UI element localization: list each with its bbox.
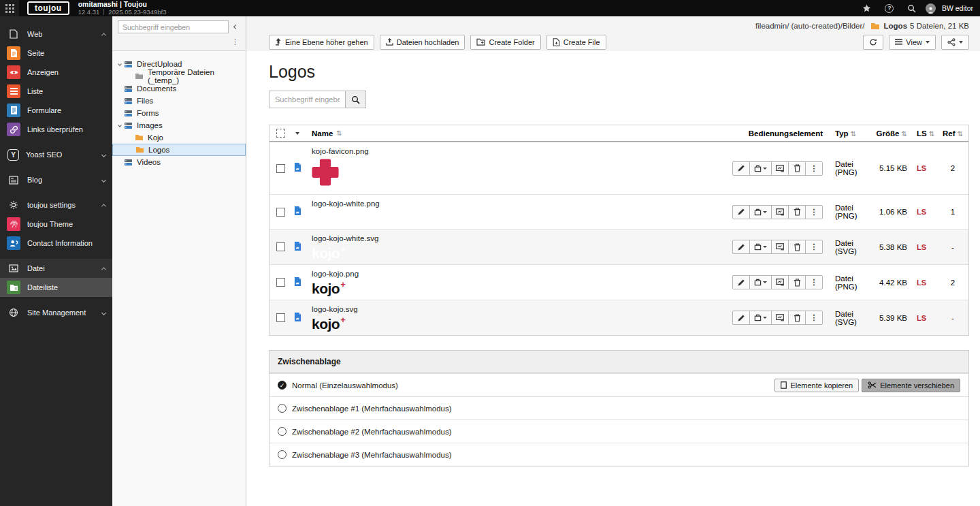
create-folder-button[interactable]: Create Folder: [470, 35, 540, 50]
clipboard-option-label[interactable]: Zwischenablage #2 (Mehrfachauswahlmodus): [292, 428, 452, 436]
delete-button[interactable]: [788, 240, 806, 254]
sort-icon[interactable]: ⇅: [902, 130, 907, 138]
avatar[interactable]: [926, 3, 936, 14]
search-icon[interactable]: [903, 0, 921, 16]
sidebar-section-datei[interactable]: Datei: [0, 259, 112, 278]
module-menu-toggle-button[interactable]: [0, 0, 19, 16]
more-options-button[interactable]: ⋮: [805, 240, 823, 254]
sidebar-item-anzeigen[interactable]: Anzeigen: [0, 63, 112, 82]
breadcrumb-path[interactable]: fileadmin/ (auto-created)/Bilder/: [755, 22, 864, 30]
tree-item-forms[interactable]: Forms: [112, 107, 246, 119]
sidebar-item-contact-information[interactable]: Contact Information: [0, 234, 112, 253]
sort-icon[interactable]: ⇅: [336, 129, 342, 137]
breadcrumb-current[interactable]: Logos: [884, 22, 908, 30]
tree-search-input[interactable]: [118, 20, 229, 33]
replace-file-button[interactable]: [771, 311, 789, 325]
clipboard-dropdown-button[interactable]: [749, 161, 772, 176]
radio-icon[interactable]: [278, 427, 287, 436]
clipboard-dropdown-button[interactable]: [749, 240, 772, 254]
tree-item-logos[interactable]: Logos: [112, 144, 246, 156]
file-name[interactable]: logo-kojo-white.png: [312, 200, 738, 208]
tree-expand-icon[interactable]: [116, 63, 123, 65]
radio-icon[interactable]: [278, 450, 287, 459]
edit-button[interactable]: [732, 311, 750, 325]
clipboard-dropdown-button[interactable]: [749, 205, 772, 219]
file-name[interactable]: kojo-favicon.png: [312, 147, 738, 155]
filelist-search-input[interactable]: [269, 91, 346, 108]
clipboard-dropdown-button[interactable]: [749, 311, 772, 325]
selection-dropdown-icon[interactable]: [295, 132, 299, 135]
tree-menu-kebab-icon[interactable]: ⋮: [118, 33, 240, 48]
tree-item-images[interactable]: Images: [112, 119, 246, 131]
sidebar-section-blog[interactable]: Blog: [0, 170, 112, 189]
row-checkbox[interactable]: [276, 208, 285, 217]
ls-badge[interactable]: LS: [907, 243, 937, 251]
delete-button[interactable]: [788, 311, 806, 325]
row-checkbox[interactable]: [276, 278, 285, 287]
ref-count[interactable]: 1: [937, 208, 968, 216]
toujou-logo[interactable]: toujou: [27, 1, 69, 15]
delete-button[interactable]: [788, 205, 806, 219]
create-file-button[interactable]: Create File: [546, 35, 606, 50]
clipboard-dropdown-button[interactable]: [749, 275, 772, 289]
move-elements-button[interactable]: Elemente verschieben: [862, 379, 960, 392]
tree-item-files[interactable]: Files: [112, 95, 246, 107]
sort-icon[interactable]: ⇅: [851, 130, 856, 138]
replace-file-button[interactable]: [771, 275, 789, 289]
sort-icon[interactable]: ⇅: [958, 130, 963, 138]
column-header-ref[interactable]: Ref: [943, 129, 956, 138]
row-checkbox[interactable]: [276, 242, 285, 251]
row-checkbox[interactable]: [276, 164, 285, 173]
bookmark-star-icon[interactable]: [858, 0, 876, 16]
ref-count[interactable]: 2: [937, 279, 968, 287]
column-header-type[interactable]: Typ: [835, 129, 849, 138]
view-mode-button[interactable]: View: [889, 35, 936, 50]
replace-file-button[interactable]: [771, 240, 789, 254]
sidebar-item-toujou-theme[interactable]: toujou Theme: [0, 215, 112, 234]
column-header-size[interactable]: Größe: [877, 129, 900, 138]
edit-button[interactable]: [732, 205, 750, 219]
clipboard-option-label[interactable]: Zwischenablage #3 (Mehrfachauswahlmodus): [292, 451, 452, 459]
tree-item-kojo[interactable]: Kojo: [112, 131, 246, 144]
sidebar-item-seite[interactable]: Seite: [0, 44, 112, 63]
copy-elements-button[interactable]: Elemente kopieren: [774, 379, 859, 392]
sidebar-section-web[interactable]: Web: [0, 25, 112, 44]
ref-count[interactable]: -: [937, 314, 968, 322]
upload-files-button[interactable]: Dateien hochladen: [380, 35, 466, 50]
sidebar-section-site-management[interactable]: Site Management: [0, 303, 112, 322]
share-button[interactable]: [941, 35, 969, 50]
more-options-button[interactable]: ⋮: [805, 275, 823, 289]
file-name[interactable]: logo-kojo.png: [312, 270, 738, 278]
replace-file-button[interactable]: [771, 161, 789, 176]
username-label[interactable]: BW editor: [942, 4, 973, 12]
sidebar-item-links-ueberpruefen[interactable]: Links überprüfen: [0, 120, 112, 139]
edit-button[interactable]: [732, 161, 750, 176]
level-up-button[interactable]: Eine Ebene höher gehen: [269, 35, 374, 50]
sidebar-item-dateiliste[interactable]: Dateiliste: [0, 278, 112, 297]
more-options-button[interactable]: ⋮: [805, 205, 823, 219]
ls-badge[interactable]: LS: [907, 279, 937, 287]
edit-button[interactable]: [732, 275, 750, 289]
radio-icon[interactable]: [278, 404, 287, 413]
ref-count[interactable]: -: [937, 243, 968, 251]
ref-count[interactable]: 2: [937, 164, 968, 172]
column-header-name[interactable]: Name: [312, 129, 333, 138]
help-icon[interactable]: ?: [881, 0, 898, 16]
replace-file-button[interactable]: [771, 205, 789, 219]
ls-badge[interactable]: LS: [907, 314, 937, 322]
delete-button[interactable]: [788, 275, 806, 289]
sidebar-section-yoast-seo[interactable]: Y Yoast SEO: [0, 145, 112, 164]
ls-badge[interactable]: LS: [907, 164, 937, 172]
row-checkbox[interactable]: [276, 313, 285, 322]
edit-button[interactable]: [732, 240, 750, 254]
sidebar-item-formulare[interactable]: Formulare: [0, 101, 112, 120]
collapse-tree-icon[interactable]: [234, 25, 238, 29]
sidebar-item-liste[interactable]: Liste: [0, 82, 112, 101]
delete-button[interactable]: [788, 161, 806, 176]
file-name[interactable]: logo-kojo-white.svg: [312, 234, 738, 242]
radio-checked-icon[interactable]: ✓: [278, 381, 287, 390]
sidebar-section-toujou-settings[interactable]: toujou settings: [0, 195, 112, 215]
select-all-checkbox[interactable]: [276, 129, 285, 138]
more-options-button[interactable]: ⋮: [805, 161, 823, 176]
file-name[interactable]: logo-kojo.svg: [312, 305, 738, 313]
